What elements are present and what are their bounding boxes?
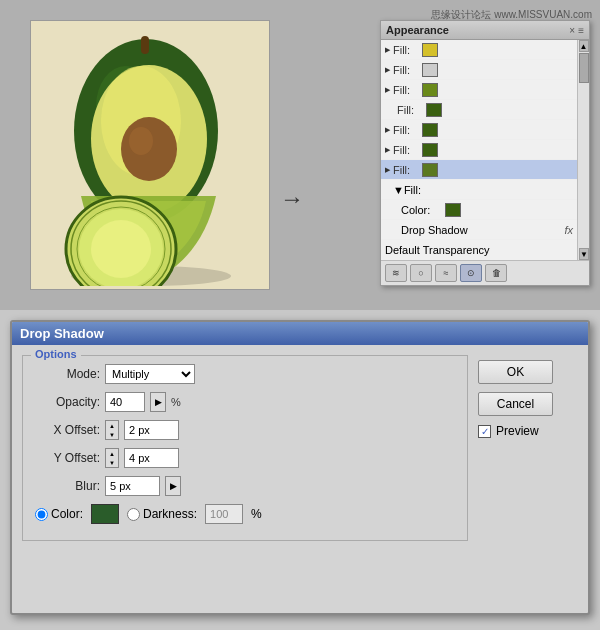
- svg-rect-13: [141, 36, 149, 54]
- dialog-title: Drop Shadow: [20, 326, 104, 341]
- appearance-menu-btn[interactable]: ≡: [578, 25, 584, 36]
- color-label-text: Color:: [51, 507, 83, 521]
- appearance-close-btn[interactable]: ×: [569, 25, 575, 36]
- appearance-panel: Appearance × ≡ ▶ Fill: ▶ Fill:: [380, 20, 590, 286]
- fill-row-2[interactable]: ▶ Fill:: [381, 60, 577, 80]
- color-swatch-2[interactable]: [422, 63, 438, 77]
- opacity-arrow-btn[interactable]: ▶: [150, 392, 166, 412]
- color-row[interactable]: Color:: [381, 200, 577, 220]
- arrow-indicator: →: [280, 185, 304, 213]
- color-swatch-6[interactable]: [422, 143, 438, 157]
- titlebar-buttons: × ≡: [569, 25, 584, 36]
- toolbar-btn-5[interactable]: 🗑: [485, 264, 507, 282]
- fill-row-1[interactable]: ▶ Fill:: [381, 40, 577, 60]
- darkness-radio[interactable]: [127, 508, 140, 521]
- y-offset-input[interactable]: [124, 448, 179, 468]
- default-transparency-row[interactable]: Default Transparency: [381, 240, 577, 260]
- drop-shadow-row[interactable]: Drop Shadow fx: [381, 220, 577, 240]
- fill-label-3: Fill:: [393, 84, 418, 96]
- fill-label-4: Fill:: [397, 104, 422, 116]
- toolbar-btn-1[interactable]: ≋: [385, 264, 407, 282]
- blur-arrow-btn[interactable]: ▶: [165, 476, 181, 496]
- drop-shadow-dialog: Drop Shadow Options Mode: Multiply Norma…: [10, 320, 590, 615]
- triangle-icon-2: ▶: [385, 66, 393, 74]
- appearance-content: ▶ Fill: ▶ Fill: ▶ Fill: Fi: [381, 40, 589, 260]
- darkness-label-text: Darkness:: [143, 507, 197, 521]
- blur-input[interactable]: [105, 476, 160, 496]
- y-offset-spinner[interactable]: ▲ ▼: [105, 448, 119, 468]
- fill-label-2: Fill:: [393, 64, 418, 76]
- spin-up[interactable]: ▲: [106, 421, 118, 430]
- darkness-radio-label[interactable]: Darkness:: [127, 507, 197, 521]
- dialog-body: Options Mode: Multiply Normal Screen Opa…: [12, 345, 588, 551]
- fill-label-5: Fill:: [393, 124, 418, 136]
- color-radio-label[interactable]: Color:: [35, 507, 83, 521]
- color-swatch-3[interactable]: [422, 83, 438, 97]
- color-swatch-7[interactable]: [422, 163, 438, 177]
- fill-row-4[interactable]: Fill:: [381, 100, 577, 120]
- dialog-titlebar: Drop Shadow: [12, 322, 588, 345]
- preview-checkbox[interactable]: ✓: [478, 425, 491, 438]
- scroll-thumb[interactable]: [579, 53, 589, 83]
- x-offset-input[interactable]: [124, 420, 179, 440]
- color-swatch-dialog[interactable]: [91, 504, 119, 524]
- dialog-left: Options Mode: Multiply Normal Screen Opa…: [22, 355, 468, 541]
- sub-fill-row[interactable]: ▼Fill:: [381, 180, 577, 200]
- panel-toolbar: ≋ ○ ≈ ⊙ 🗑: [381, 260, 589, 285]
- avocado-image: [41, 31, 261, 286]
- preview-label: Preview: [496, 424, 539, 438]
- fx-icon: fx: [564, 224, 573, 236]
- opacity-unit: %: [171, 396, 181, 408]
- preview-row: ✓ Preview: [478, 424, 578, 438]
- color-label: Color:: [401, 204, 441, 216]
- mode-select[interactable]: Multiply Normal Screen: [105, 364, 195, 384]
- appearance-titlebar: Appearance × ≡: [381, 21, 589, 40]
- drop-shadow-label: Drop Shadow: [401, 224, 564, 236]
- opacity-label: Opacity:: [35, 395, 100, 409]
- triangle-icon-3: ▶: [385, 86, 393, 94]
- fill-label-6: Fill:: [393, 144, 418, 156]
- fill-rows: ▶ Fill: ▶ Fill: ▶ Fill: Fi: [381, 40, 577, 260]
- options-group: Options Mode: Multiply Normal Screen Opa…: [22, 355, 468, 541]
- spin-down[interactable]: ▼: [106, 430, 118, 439]
- mode-label: Mode:: [35, 367, 100, 381]
- opacity-row: Opacity: ▶ %: [35, 392, 455, 412]
- color-swatch-1[interactable]: [422, 43, 438, 57]
- scroll-down[interactable]: ▼: [579, 248, 589, 260]
- triangle-icon-5: ▶: [385, 126, 393, 134]
- blur-row: Blur: ▶: [35, 476, 455, 496]
- darkness-unit: %: [251, 507, 262, 521]
- fill-row-7[interactable]: ▶ Fill:: [381, 160, 577, 180]
- sub-fill-label: ▼Fill:: [393, 184, 421, 196]
- toolbar-btn-4[interactable]: ⊙: [460, 264, 482, 282]
- opacity-input[interactable]: [105, 392, 145, 412]
- cancel-button[interactable]: Cancel: [478, 392, 553, 416]
- color-darkness-row: Color: Darkness: %: [35, 504, 455, 524]
- svg-point-9: [91, 220, 151, 278]
- fill-label-7: Fill:: [393, 164, 418, 176]
- blur-label: Blur:: [35, 479, 100, 493]
- fill-label-1: Fill:: [393, 44, 418, 56]
- ok-button[interactable]: OK: [478, 360, 553, 384]
- toolbar-btn-2[interactable]: ○: [410, 264, 432, 282]
- spin-up-y[interactable]: ▲: [106, 449, 118, 458]
- color-swatch-5[interactable]: [422, 123, 438, 137]
- mode-row: Mode: Multiply Normal Screen: [35, 364, 455, 384]
- x-offset-spinner[interactable]: ▲ ▼: [105, 420, 119, 440]
- scrollbar[interactable]: ▲ ▼: [577, 40, 589, 260]
- toolbar-btn-3[interactable]: ≈: [435, 264, 457, 282]
- color-swatch-4[interactable]: [426, 103, 442, 117]
- triangle-icon-6: ▶: [385, 146, 393, 154]
- triangle-icon-1: ▶: [385, 46, 393, 54]
- spin-down-y[interactable]: ▼: [106, 458, 118, 467]
- fill-row-5[interactable]: ▶ Fill:: [381, 120, 577, 140]
- y-offset-row: Y Offset: ▲ ▼: [35, 448, 455, 468]
- fill-row-3[interactable]: ▶ Fill:: [381, 80, 577, 100]
- x-offset-label: X Offset:: [35, 423, 100, 437]
- darkness-input: [205, 504, 243, 524]
- fill-row-6[interactable]: ▶ Fill:: [381, 140, 577, 160]
- scroll-up[interactable]: ▲: [579, 40, 589, 52]
- triangle-icon-7: ▶: [385, 166, 393, 174]
- color-swatch-expanded[interactable]: [445, 203, 461, 217]
- color-radio[interactable]: [35, 508, 48, 521]
